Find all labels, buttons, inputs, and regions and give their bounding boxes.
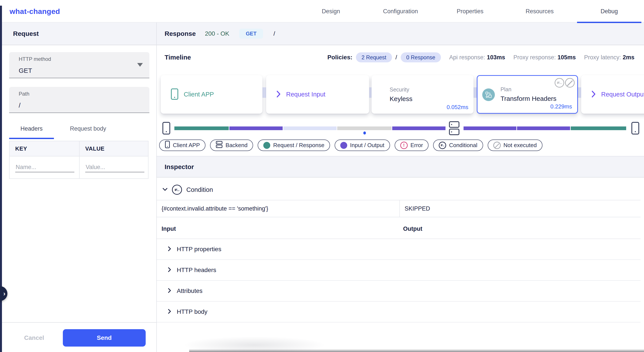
timeline-legend: Client APP Backend Request / Response In… [159,139,644,151]
timeline-title: Timeline [164,54,191,61]
security-keyless-card[interactable]: Security Keyless 0.052ms [372,75,474,114]
tab-properties[interactable]: Properties [435,0,505,22]
header-value-input[interactable] [85,163,144,172]
chevron-right-icon [168,288,171,294]
request-output-card[interactable]: Request Output [581,75,644,114]
bar-segment-request-response[interactable] [174,126,229,130]
header-name-input[interactable] [15,163,74,172]
key-column-header: KEY [10,141,80,156]
http-method-value: GET [19,67,32,74]
response-panel: Response 200 - OK GET / Timeline Policie… [156,22,644,352]
response-status: 200 - OK [205,30,229,37]
page-title: what-changed [10,0,60,22]
section-http-body[interactable]: HTTP body [157,302,640,323]
backend-endpoint-icon [449,121,460,136]
client-app-card[interactable]: Client APP [161,75,262,114]
client-endpoint-icon [162,121,171,136]
debug-page: what-changed Design Configuration Proper… [0,0,644,352]
legend-conditional: IF... Conditional [433,139,483,151]
legend-request-response: Request / Response [258,139,330,151]
chevron-right-icon [168,309,171,315]
plan-transform-headers-card-selected[interactable]: IF... Plan Transform Headers 0.229ms [477,75,578,114]
tab-resources[interactable]: Resources [505,0,574,22]
policy-flags: IF... [555,78,575,88]
request-panel: Request HTTP method GET Path / Headers R… [2,22,156,352]
purple-dot-icon [340,142,347,149]
selected-step-indicator [363,131,366,134]
tab-debug[interactable]: Debug [574,0,644,22]
bar-segment-skipped-light[interactable] [283,126,336,130]
client-app-label: Client APP [184,91,214,98]
chevron-right-icon [168,267,171,273]
smartphone-icon [171,88,178,101]
conditional-icon: IF... [172,185,182,195]
request-input-card[interactable]: Request Input [266,75,369,114]
response-header: Response 200 - OK GET / [157,22,644,45]
condition-table: {#context.invalid.attribute == 'somethin… [157,200,640,217]
bar-segment-input-output[interactable] [230,126,283,130]
policy-category: Plan [500,86,511,93]
server-icon [216,141,223,150]
section-attributes[interactable]: Attributes [157,281,640,302]
tab-design[interactable]: Design [296,0,366,22]
request-output-label: Request Output [601,91,644,98]
timeline-cards: Client APP Request Input Security Keyles… [157,75,644,114]
http-method-select[interactable]: HTTP method GET [9,52,149,78]
value-column-header: VALUE [80,141,148,156]
response-title: Response [164,30,196,37]
proxy-response-metric: Proxy response: 105ms [513,54,576,61]
headers-table-header: KEY VALUE [10,141,148,156]
bar-segment-input-output[interactable] [517,126,570,130]
request-policies-badge: 2 Request [356,52,392,62]
dropdown-arrow-icon [137,63,143,67]
error-icon: ! [400,142,408,149]
send-button[interactable]: Send [63,329,146,347]
nav-tabs: Design Configuration Properties Resource… [296,0,644,22]
bar-segment-input-output[interactable] [464,126,516,130]
bar-segment-request-response[interactable] [571,126,626,130]
policy-name: Transform Headers [500,95,556,102]
policies-separator: / [396,54,397,61]
not-executed-icon [493,142,501,149]
condition-result: SKIPPED [400,200,640,217]
path-label: Path [19,91,29,97]
policy-duration: 0.229ms [550,103,572,110]
not-executed-icon [565,78,575,88]
request-panel-title: Request [2,22,156,45]
section-http-headers[interactable]: HTTP headers [157,260,640,281]
chevron-down-icon [162,188,168,192]
timeline-bar [157,121,644,135]
legend-input-output: Input / Output [334,139,390,151]
legend-not-executed: Not executed [488,139,542,151]
teal-dot-icon [263,142,270,149]
input-column-label: Input [162,226,176,232]
chevron-right-icon [168,246,171,252]
smartphone-icon [165,141,170,150]
request-footer: Cancel Send [2,322,156,352]
policies-label: Policies: [328,54,352,61]
condition-expander[interactable]: IF... Condition [162,183,213,196]
section-http-properties[interactable]: HTTP properties [157,239,640,260]
response-path: / [274,30,275,37]
condition-expression: {#context.invalid.attribute == 'somethin… [157,200,400,217]
condition-label: Condition [186,186,213,193]
tab-configuration[interactable]: Configuration [366,0,435,22]
bar-segment-not-executed[interactable] [337,126,392,130]
path-input[interactable]: Path / [9,87,149,113]
headers-table: KEY VALUE [9,141,148,179]
proxy-latency-metric: Proxy latency: 2ms [584,54,634,61]
api-response-metric: Api response: 103ms [449,54,505,61]
output-column-label: Output [403,226,422,232]
chevron-right-icon [276,90,281,99]
path-value: / [19,102,20,109]
bar-segment-input-output[interactable] [392,126,446,130]
tab-headers[interactable]: Headers [9,118,54,139]
legend-backend: Backend [210,139,253,151]
policy-name: Keyless [390,95,412,103]
timeline-header: Timeline Policies: 2 Request / 0 Respons… [157,51,644,64]
policy-duration: 0.052ms [446,104,468,111]
request-input-label: Request Input [286,91,326,98]
tab-request-body[interactable]: Request body [63,118,113,139]
cancel-button[interactable]: Cancel [19,331,49,345]
legend-client-app: Client APP [159,139,206,151]
